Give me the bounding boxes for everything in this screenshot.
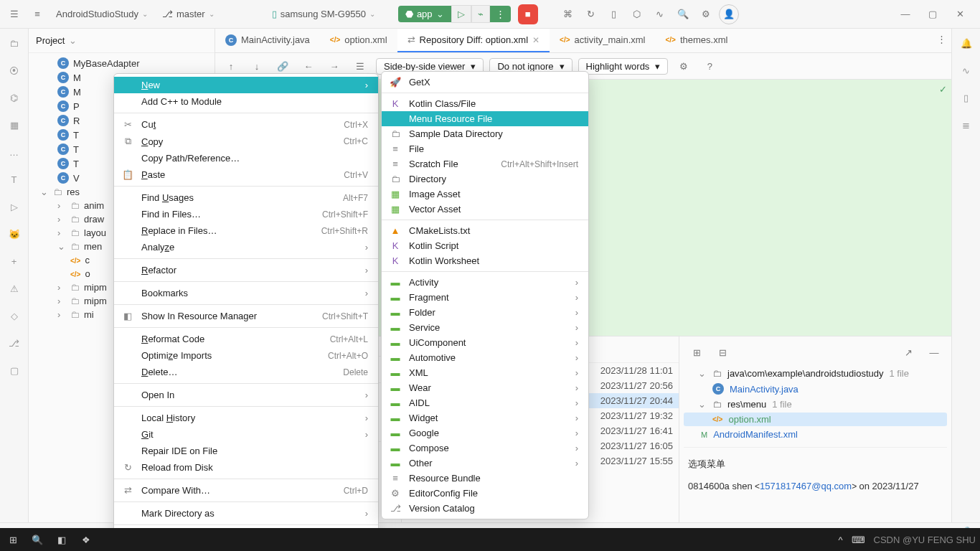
- menu-item[interactable]: ▬Automotive›: [382, 350, 588, 365]
- menu-item[interactable]: Git›: [114, 426, 378, 443]
- menu-item[interactable]: Menu Resource File: [382, 111, 588, 126]
- terminal-icon[interactable]: ▢: [6, 362, 23, 379]
- target-icon[interactable]: ⦿: [6, 62, 23, 79]
- gem-icon[interactable]: ◇: [6, 307, 23, 324]
- menu-item[interactable]: ▦Vector Asset: [382, 202, 588, 217]
- menu-item[interactable]: Local History›: [114, 410, 378, 426]
- profile-icon[interactable]: ∿: [650, 4, 670, 24]
- menu-item[interactable]: KKotlin Class/File: [382, 96, 588, 111]
- menu-item[interactable]: Bookmarks›: [114, 285, 378, 301]
- run-more-button[interactable]: ⋮: [490, 6, 511, 22]
- menu-item[interactable]: ▬Widget›: [382, 410, 588, 425]
- editor-tab[interactable]: </>option.xml: [320, 29, 397, 52]
- menu-item[interactable]: ↻Reload from Disk: [114, 459, 378, 476]
- editor-tab[interactable]: CMainActivity.java: [215, 29, 320, 52]
- minimize-button[interactable]: —: [895, 4, 915, 24]
- tray-chevron-icon[interactable]: ^: [838, 534, 842, 545]
- sync-icon[interactable]: ↻: [581, 4, 601, 24]
- plus-icon[interactable]: +: [6, 253, 23, 270]
- highlight-dropdown[interactable]: Highlight words▾: [578, 58, 669, 75]
- maximize-button[interactable]: ▢: [923, 4, 943, 24]
- menu-item[interactable]: Find in Files…Ctrl+Shift+F: [114, 206, 378, 222]
- open-icon[interactable]: ↗: [898, 342, 918, 362]
- device-dropdown[interactable]: ▯samsung SM-G9550⌄: [266, 6, 381, 22]
- menu-item[interactable]: Refactor›: [114, 262, 378, 278]
- wave-icon[interactable]: ∿: [958, 62, 975, 79]
- search-taskbar-icon[interactable]: 🔍: [29, 531, 46, 548]
- menu-item[interactable]: ≡File: [382, 141, 588, 156]
- menu-item[interactable]: 🗀Directory: [382, 171, 588, 187]
- sdk-icon[interactable]: ⬡: [627, 4, 647, 24]
- menu-item[interactable]: ≡Resource Bundle: [382, 471, 588, 486]
- menu-item[interactable]: ▬XML›: [382, 365, 588, 380]
- start-button[interactable]: ⊞: [4, 531, 22, 548]
- branch-dropdown[interactable]: ⎇master⌄: [156, 6, 220, 22]
- more-icon[interactable]: …: [6, 143, 23, 161]
- main-menu-icon[interactable]: ☰: [4, 4, 24, 24]
- tree-collapse-icon[interactable]: ⊟: [712, 342, 732, 362]
- gear-icon[interactable]: ⚙: [674, 56, 694, 76]
- menu-item[interactable]: Reformat CodeCtrl+Alt+L: [114, 331, 378, 347]
- db-icon[interactable]: ≣: [958, 116, 975, 133]
- menu-item[interactable]: Mark Directory as›: [114, 505, 378, 522]
- menu-item[interactable]: Add C++ to Module: [114, 93, 378, 110]
- editor-tab[interactable]: </>themes.xml: [656, 29, 738, 52]
- notification-icon[interactable]: 🔔: [958, 34, 975, 52]
- menu-item[interactable]: KKotlin Worksheet: [382, 253, 588, 268]
- project-header[interactable]: Project⌄: [29, 29, 215, 53]
- menu-item[interactable]: Delete…Delete: [114, 364, 378, 380]
- stop-button[interactable]: ■: [518, 4, 538, 24]
- settings-icon[interactable]: ⚙: [696, 4, 716, 24]
- run-icon[interactable]: ▷: [6, 198, 23, 215]
- menu-item[interactable]: ▬Google›: [382, 425, 588, 441]
- folder-icon[interactable]: 🗀: [6, 34, 23, 52]
- menu-item[interactable]: ▲CMakeLists.txt: [382, 223, 588, 238]
- git-icon[interactable]: ⎇: [6, 334, 23, 352]
- taskview-icon[interactable]: ◧: [53, 531, 70, 548]
- menu-item[interactable]: Analyze›: [114, 239, 378, 255]
- search-icon[interactable]: 🔍: [673, 4, 693, 24]
- run-config-button[interactable]: ⬣app⌄: [398, 6, 451, 22]
- menu-item[interactable]: ▬Fragment›: [382, 290, 588, 305]
- tree-item[interactable]: CMyBaseAdapter: [29, 56, 215, 70]
- device-icon[interactable]: ▯: [958, 89, 975, 106]
- menu-item[interactable]: Replace in Files…Ctrl+Shift+R: [114, 222, 378, 239]
- menu-item[interactable]: Copy Path/Reference…: [114, 150, 378, 166]
- structure-icon[interactable]: ⌬: [6, 89, 23, 106]
- menu-item[interactable]: Open In›: [114, 387, 378, 403]
- menu-item[interactable]: KKotlin Script: [382, 238, 588, 253]
- menu-item[interactable]: ⎇Version Catalog: [382, 501, 588, 516]
- menu-item[interactable]: ⚙EditorConfig File: [382, 486, 588, 501]
- menu-item[interactable]: ▦Image Asset: [382, 187, 588, 202]
- close2-icon[interactable]: —: [924, 342, 944, 362]
- tabs-more-icon[interactable]: ⋮: [931, 29, 951, 49]
- menu-item[interactable]: ▬Wear›: [382, 380, 588, 395]
- close-button[interactable]: ✕: [950, 4, 970, 24]
- editor-tab[interactable]: ⇄Repository Diff: option.xml✕: [397, 29, 550, 52]
- avd-icon[interactable]: ▯: [604, 4, 624, 24]
- close-tab-icon[interactable]: ✕: [532, 35, 540, 45]
- menu-item[interactable]: ≡Scratch FileCtrl+Alt+Shift+Insert: [382, 156, 588, 171]
- build-icon[interactable]: T: [6, 171, 23, 188]
- hamburger-icon[interactable]: ≡: [27, 4, 47, 24]
- menu-item[interactable]: ▬UiComponent›: [382, 335, 588, 350]
- menu-item[interactable]: Find UsagesAlt+F7: [114, 189, 378, 206]
- menu-item[interactable]: ⧉CopyCtrl+C: [114, 133, 378, 150]
- menu-item[interactable]: ▬Service›: [382, 320, 588, 335]
- project-dropdown[interactable]: AndroidStudioStudy⌄: [50, 6, 154, 22]
- app-icon[interactable]: ❖: [77, 531, 95, 548]
- menu-item[interactable]: ▬Folder›: [382, 305, 588, 320]
- menu-item[interactable]: ⇄Compare With…Ctrl+D: [114, 482, 378, 499]
- menu-item[interactable]: ▬Other›: [382, 456, 588, 471]
- menu-item[interactable]: 🚀GetX: [382, 75, 588, 90]
- help-icon[interactable]: ?: [699, 56, 720, 76]
- warning-icon[interactable]: ⚠: [6, 280, 23, 297]
- menu-item[interactable]: ✂CutCtrl+X: [114, 116, 378, 133]
- cat-icon[interactable]: 🐱: [6, 225, 23, 242]
- menu-item[interactable]: 🗀Sample Data Directory: [382, 126, 588, 141]
- editor-tab[interactable]: </>activity_main.xml: [550, 29, 655, 52]
- input-icon[interactable]: ⌨: [852, 534, 865, 545]
- menu-item[interactable]: ▬Compose›: [382, 441, 588, 456]
- tree-expand-icon[interactable]: ⊞: [687, 342, 707, 362]
- menu-item[interactable]: New›: [114, 77, 378, 93]
